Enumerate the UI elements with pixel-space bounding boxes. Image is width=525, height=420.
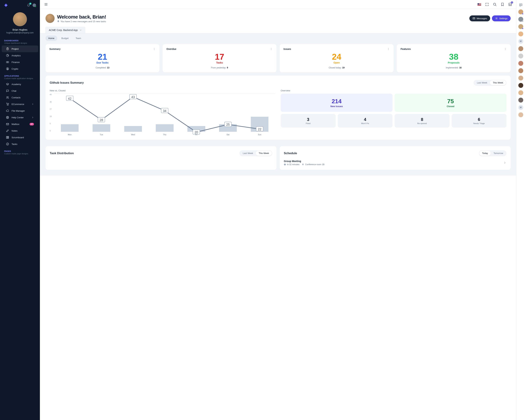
nav-sub-applications: Custom made application designs — [0, 77, 40, 81]
profile-email: hughes.brian@company.com — [3, 31, 36, 34]
contact-avatar[interactable] — [518, 68, 523, 73]
project-name: ACME Corp. Backend App — [49, 29, 78, 31]
mailbox-badge: 27 — [29, 123, 34, 125]
tab-home[interactable]: Home — [46, 36, 57, 41]
nav-item-contacts[interactable]: Contacts — [2, 94, 38, 101]
contact-avatar[interactable] — [518, 31, 523, 37]
inbox-badge: 5 — [511, 1, 513, 3]
notifications-button[interactable]: 3 — [27, 4, 30, 7]
profile-avatar[interactable] — [13, 12, 27, 26]
menu-toggle-button[interactable] — [44, 2, 48, 6]
fullscreen-button[interactable] — [485, 2, 489, 6]
page-title: Welcome back, Brian! — [57, 14, 106, 20]
card-value: 21 — [49, 53, 156, 61]
svg-rect-10 — [6, 123, 9, 125]
contact-avatar[interactable] — [518, 46, 523, 51]
github-issues-card: Github Issues Summary Last Week This Wee… — [46, 75, 511, 140]
contact-avatar[interactable] — [518, 90, 523, 95]
nav-label: Crypto — [11, 67, 18, 70]
nav-item-mailbox[interactable]: Mailbox27 — [2, 121, 38, 127]
card-value: 38 — [401, 53, 507, 61]
card-label: Proposals — [401, 61, 507, 64]
nav-item-chat[interactable]: Chat — [2, 87, 38, 94]
nav-item-helpcenter[interactable]: Help Center — [2, 114, 38, 121]
svg-text:22: 22 — [258, 128, 262, 131]
github-title: Github Issues Summary — [50, 81, 84, 84]
range-today[interactable]: Today — [479, 151, 491, 156]
svg-point-26 — [505, 48, 506, 48]
schedule-item[interactable]: Group Meeting in 32 minutes Conference r… — [284, 160, 506, 166]
bookmark-button[interactable] — [500, 2, 504, 6]
welcome-avatar — [46, 14, 55, 23]
app-logo — [4, 3, 8, 7]
svg-point-16 — [496, 18, 497, 19]
svg-point-20 — [271, 48, 272, 48]
range-tomorrow[interactable]: Tomorrow — [491, 151, 506, 156]
svg-text:25: 25 — [226, 123, 230, 127]
contact-avatar[interactable] — [518, 83, 523, 88]
more-icon[interactable] — [387, 48, 390, 50]
card-title: Features — [401, 48, 411, 50]
svg-text:42: 42 — [68, 97, 71, 101]
github-range-tabs: Last Week This Week — [474, 80, 506, 86]
contact-avatar[interactable]: M — [518, 39, 523, 44]
nav-item-finance[interactable]: Finance — [2, 59, 38, 65]
nav-item-scrumboard[interactable]: Scrumboard — [2, 134, 38, 141]
academic-cap-icon — [6, 83, 9, 86]
more-icon[interactable] — [504, 48, 507, 50]
contact-avatar[interactable]: M — [518, 105, 523, 110]
svg-point-23 — [388, 48, 388, 48]
main: 5 Welcome back, Brian! You have 2 new me… — [40, 0, 516, 420]
nav-item-academy[interactable]: Academy — [2, 81, 38, 87]
user-menu-avatar[interactable] — [33, 3, 36, 7]
contact-avatar[interactable] — [518, 17, 523, 22]
nav-label: Analytics — [11, 54, 21, 57]
nav-item-tasks[interactable]: Tasks — [2, 141, 38, 147]
contact-avatar[interactable] — [518, 112, 523, 117]
nav-label: Chat — [11, 90, 16, 92]
nav-item-filemanager[interactable]: File Manager — [2, 107, 38, 114]
welcome-subtitle: You have 2 new messages and 15 new tasks — [61, 20, 106, 23]
chat-panel-button[interactable] — [519, 3, 523, 7]
nav-item-crypto[interactable]: Crypto — [2, 65, 38, 72]
range-this-week[interactable]: This Week — [490, 80, 506, 85]
nav-label: Contacts — [11, 96, 20, 99]
profile-name: Brian Hughes — [3, 28, 36, 31]
nav-label: Academy — [11, 83, 21, 85]
contact-avatar[interactable] — [518, 24, 523, 29]
svg-point-25 — [388, 49, 388, 50]
contact-avatar[interactable] — [518, 54, 523, 58]
tabs: Home Budget Team — [46, 33, 511, 44]
more-icon[interactable] — [153, 48, 156, 50]
nav-item-notes[interactable]: Notes — [2, 127, 38, 134]
project-selector[interactable]: ACME Corp. Backend App — [46, 27, 85, 33]
nav-label: File Manager — [11, 110, 25, 112]
sidebar: 3 Brian Hughes hughes.brian@company.com … — [0, 0, 40, 420]
nav-item-project[interactable]: Project — [2, 46, 38, 52]
search-button[interactable] — [493, 2, 497, 6]
contact-avatar[interactable] — [518, 98, 523, 103]
tab-budget[interactable]: Budget — [59, 36, 71, 41]
svg-point-3 — [7, 62, 8, 63]
card-label: Tasks — [166, 61, 273, 64]
more-icon[interactable] — [270, 48, 273, 50]
contact-avatar[interactable] — [518, 61, 523, 66]
svg-rect-12 — [7, 136, 8, 139]
summary-card: Features 38 Proposals Implemented:16 — [397, 44, 511, 73]
range-last-week[interactable]: Last Week — [474, 80, 490, 85]
pie-chart-icon — [6, 54, 9, 57]
svg-point-19 — [154, 49, 154, 50]
chevron-right-icon — [503, 161, 506, 164]
settings-button[interactable]: Settings — [492, 15, 511, 21]
tab-team[interactable]: Team — [73, 36, 84, 41]
contact-avatar[interactable] — [518, 75, 523, 81]
clock-icon — [284, 163, 286, 166]
inbox-button[interactable]: 5 — [508, 2, 512, 6]
schedule-range-tabs: Today Tomorrow — [479, 150, 506, 156]
contact-avatar[interactable] — [518, 9, 523, 14]
nav-item-ecommerce[interactable]: ECommerce — [2, 101, 38, 107]
nav-item-analytics[interactable]: Analytics — [2, 52, 38, 59]
messages-button[interactable]: Messages — [469, 15, 490, 21]
topbar: 5 — [40, 0, 516, 9]
language-button[interactable] — [478, 3, 481, 6]
